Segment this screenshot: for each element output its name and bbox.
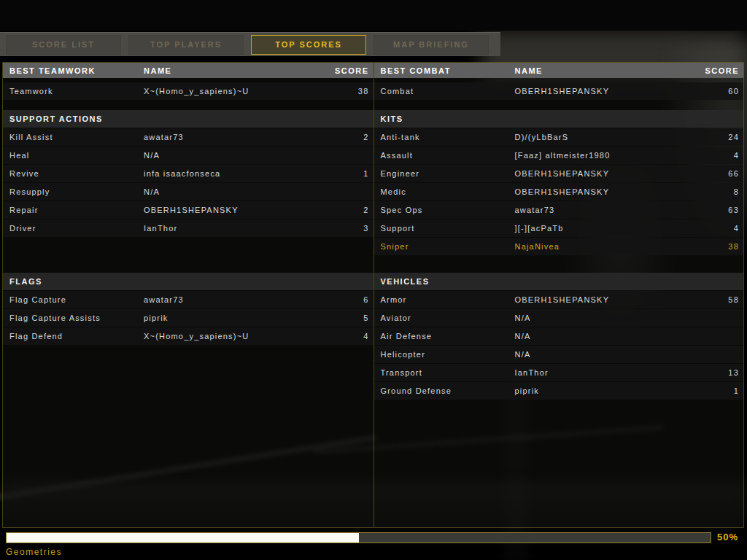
section-title: FLAGS xyxy=(3,273,374,290)
table-row: ResupplyN/A xyxy=(3,183,374,201)
panel-right: BEST COMBATNAMESCORECombatOBERH1SHEPANSK… xyxy=(374,63,744,527)
row-label: Heal xyxy=(9,151,144,160)
row-score: 1 xyxy=(691,386,739,395)
row-score: 4 xyxy=(691,151,739,160)
row-name: IanThor xyxy=(515,368,692,377)
row-label: Armor xyxy=(381,295,515,304)
section-spacer xyxy=(374,101,744,110)
section-spacer xyxy=(374,256,744,273)
table-row: Spec Opsawatar7363 xyxy=(374,201,744,219)
row-score: 60 xyxy=(691,87,739,96)
table-row: DriverIanThor3 xyxy=(3,219,374,237)
row-score: 13 xyxy=(691,368,739,377)
row-label: Anti-tank xyxy=(381,133,515,141)
row-name: ][-][acPaTb xyxy=(515,224,692,233)
column-header-row: BEST TEAMWORKNAMESCORE xyxy=(3,63,374,78)
row-name: N/A xyxy=(515,314,692,322)
rows-container: TeamworkX~(Homo_y_sapiens)~U38SUPPORT AC… xyxy=(3,78,374,345)
row-label: Spec Ops xyxy=(381,206,515,214)
row-score: 2 xyxy=(321,206,369,214)
top-black-bar xyxy=(0,0,747,31)
tab-top-players[interactable]: TOP PLAYERS xyxy=(128,35,244,55)
row-label: Teamwork xyxy=(9,87,144,96)
table-row: AviatorN/A xyxy=(374,309,744,327)
row-score: 66 xyxy=(691,169,739,178)
table-row: Assault[Faaz] altmeister19804 xyxy=(374,147,744,164)
row-score: 6 xyxy=(321,295,369,304)
row-label: Helicopter xyxy=(381,350,515,359)
table-row: SniperNajaNivea38 xyxy=(374,238,744,255)
row-name: X~(Homo_y_sapiens)~U xyxy=(144,332,321,341)
row-label: Repair xyxy=(9,206,144,214)
column-header-category: BEST TEAMWORK xyxy=(9,66,144,75)
row-name: [Faaz] altmeister1980 xyxy=(515,151,692,160)
row-name: N/A xyxy=(515,332,692,341)
row-score: 24 xyxy=(691,133,739,141)
row-name: N/A xyxy=(144,151,321,160)
column-header-category: BEST COMBAT xyxy=(381,66,515,75)
table-row: CombatOBERH1SHEPANSKY60 xyxy=(374,82,744,100)
section-spacer xyxy=(3,101,374,110)
row-label: Air Defense xyxy=(381,332,515,341)
tab-top-scores[interactable]: TOP SCORES xyxy=(251,35,366,55)
row-label: Flag Defend xyxy=(9,332,144,341)
section-title: KITS xyxy=(374,110,744,128)
table-row: HelicopterN/A xyxy=(374,346,744,363)
table-row: Support][-][acPaTb4 xyxy=(374,219,744,237)
column-header-score: SCORE xyxy=(321,66,369,75)
row-name: OBERH1SHEPANSKY xyxy=(144,206,321,214)
row-label: Support xyxy=(381,224,515,233)
table-row: EngineerOBERH1SHEPANSKY66 xyxy=(374,165,744,182)
row-score: 4 xyxy=(691,224,739,233)
column-header-score: SCORE xyxy=(691,66,739,75)
row-name: NajaNivea xyxy=(515,242,692,251)
column-header-row: BEST COMBATNAMESCORE xyxy=(374,63,744,78)
row-label: Engineer xyxy=(381,169,515,178)
panel-left: BEST TEAMWORKNAMESCORETeamworkX~(Homo_y_… xyxy=(3,63,374,527)
table-row: MedicOBERH1SHEPANSKY8 xyxy=(374,183,744,201)
row-name: N/A xyxy=(144,187,321,196)
row-name: infa isaacfonseca xyxy=(144,169,321,178)
column-header-name: NAME xyxy=(515,66,692,75)
row-score: 4 xyxy=(321,332,369,341)
row-label: Transport xyxy=(381,368,515,377)
row-name: N/A xyxy=(515,350,692,359)
row-name: piprik xyxy=(515,386,692,395)
tab-bar: SCORE LISTTOP PLAYERSTOP SCORESMAP BRIEF… xyxy=(0,32,500,56)
tab-score-list[interactable]: SCORE LIST xyxy=(6,35,121,55)
table-row: Flag Capture Assistspiprik5 xyxy=(3,309,374,327)
rows-container: CombatOBERH1SHEPANSKY60KITSAnti-tankD)/(… xyxy=(374,78,744,400)
row-score: 1 xyxy=(321,169,369,178)
tab-map-briefing[interactable]: MAP BRIEFING xyxy=(374,35,489,55)
row-label: Flag Capture xyxy=(9,295,144,304)
table-row: Anti-tankD)/(yLbBarS24 xyxy=(374,128,744,146)
row-name: D)/(yLbBarS xyxy=(515,133,692,141)
row-label: Sniper xyxy=(381,242,515,251)
table-row: RepairOBERH1SHEPANSKY2 xyxy=(3,201,374,219)
scoreboard: BEST TEAMWORKNAMESCORETeamworkX~(Homo_y_… xyxy=(2,62,744,528)
table-row: TeamworkX~(Homo_y_sapiens)~U38 xyxy=(3,82,374,100)
table-row: Air DefenseN/A xyxy=(374,327,744,345)
loading-percent-label: 50% xyxy=(717,532,746,542)
section-title: VEHICLES xyxy=(374,273,744,290)
row-label: Assault xyxy=(381,151,515,160)
row-label: Combat xyxy=(381,87,515,96)
row-label: Ground Defense xyxy=(381,386,515,395)
row-label: Aviator xyxy=(381,314,515,322)
row-name: X~(Homo_y_sapiens)~U xyxy=(144,87,321,96)
loading-progress-fill xyxy=(7,533,359,542)
row-name: awatar73 xyxy=(515,206,692,214)
row-score: 8 xyxy=(691,187,739,196)
section-title: SUPPORT ACTIONS xyxy=(3,110,374,128)
column-header-name: NAME xyxy=(144,66,321,75)
row-name: OBERH1SHEPANSKY xyxy=(515,169,692,178)
section-spacer xyxy=(3,238,374,273)
row-name: awatar73 xyxy=(144,295,321,304)
row-name: OBERH1SHEPANSKY xyxy=(515,187,692,196)
row-score: 5 xyxy=(321,314,369,322)
table-row: Kill Assistawatar732 xyxy=(3,128,374,146)
row-name: OBERH1SHEPANSKY xyxy=(515,295,692,304)
row-score: 3 xyxy=(321,224,369,233)
loading-progress-bar xyxy=(6,532,711,543)
row-name: piprik xyxy=(144,314,321,322)
